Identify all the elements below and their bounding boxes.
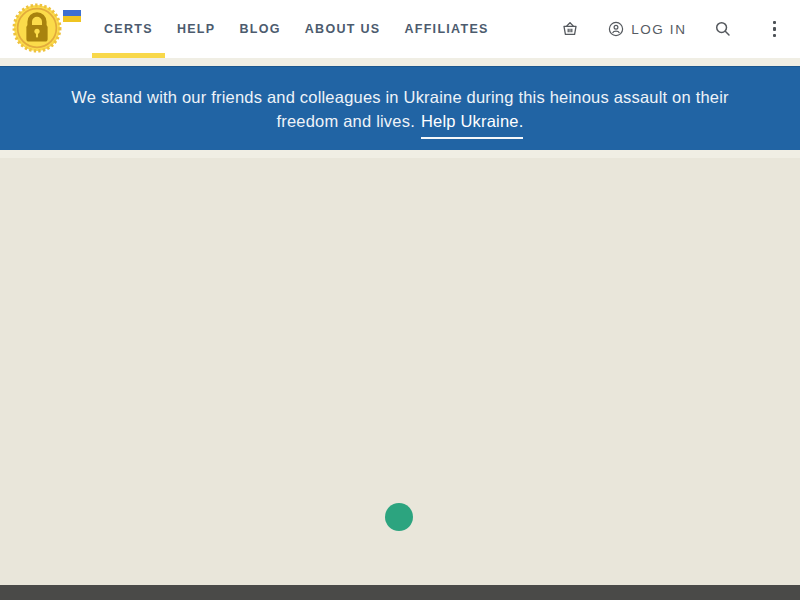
nav-item-affiliates[interactable]: AFFILIATES — [392, 0, 500, 58]
login-button[interactable]: LOG IN — [608, 21, 686, 37]
help-ukraine-link[interactable]: Help Ukraine. — [421, 109, 524, 139]
login-label: LOG IN — [631, 22, 686, 37]
shopping-basket-icon — [562, 21, 578, 37]
loading-spinner-dot — [385, 503, 413, 531]
search-button[interactable] — [715, 21, 731, 37]
magnifier-icon — [715, 21, 731, 37]
kebab-dot — [773, 27, 777, 31]
banner-text-line2-prefix: freedom and lives. — [277, 112, 415, 130]
nav-item-blog[interactable]: BLOG — [227, 0, 292, 58]
padlock-coin-icon — [12, 3, 62, 53]
banner-text-line1: We stand with our friends and colleagues… — [71, 85, 729, 109]
nav-item-help[interactable]: HELP — [165, 0, 228, 58]
footer-bar — [0, 585, 800, 600]
ukraine-flag-icon — [63, 10, 81, 22]
user-circle-icon — [608, 21, 624, 37]
overflow-menu-button[interactable] — [771, 19, 779, 40]
banner-text-line2: freedom and lives.Help Ukraine. — [277, 109, 524, 133]
nav-item-certs[interactable]: CERTS — [92, 0, 165, 58]
kebab-dot — [773, 21, 777, 25]
cart-button[interactable] — [562, 21, 578, 37]
site-header: CERTS HELP BLOG ABOUT US AFFILIATES LOG … — [0, 0, 800, 58]
header-actions: LOG IN — [562, 0, 800, 58]
ukraine-support-banner: We stand with our friends and colleagues… — [0, 66, 800, 150]
site-logo[interactable] — [12, 3, 84, 55]
kebab-dot — [773, 34, 777, 38]
nav-item-about-us[interactable]: ABOUT US — [293, 0, 393, 58]
main-nav: CERTS HELP BLOG ABOUT US AFFILIATES — [92, 0, 501, 58]
main-content-area — [0, 158, 800, 585]
